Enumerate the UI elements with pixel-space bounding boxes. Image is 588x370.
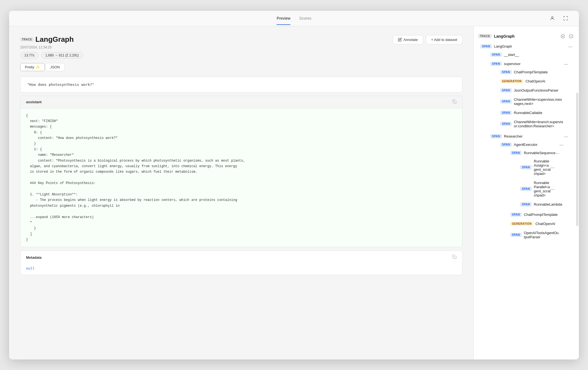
rp-minus-button[interactable]	[568, 33, 574, 40]
tree-item-runnablecallable: SPAN RunnableCallable	[494, 108, 570, 117]
add-dataset-label: + Add to dataset	[431, 38, 457, 42]
tree-name-start: __start__	[504, 53, 519, 57]
trace-badge: TRACE	[20, 37, 34, 42]
tree-item-openaitools: SPAN OpenAIToolsAgentOutputParser	[504, 228, 566, 242]
metadata-header: Metadata	[20, 251, 462, 264]
expand-icon-button[interactable]	[561, 14, 570, 23]
metadata-copy-button[interactable]	[452, 255, 457, 260]
plus-icon	[561, 34, 565, 38]
tree-left-langgraph: SPAN LangGraph	[480, 44, 512, 48]
tree-children-runnablesequence: SPAN RunnableAssign<agent_scratchpad> —	[508, 157, 561, 209]
rp-trace-header: TRACE LangGraph	[474, 31, 579, 42]
span-badge-supervisor: SPAN	[490, 62, 502, 66]
rp-plus-button[interactable]	[560, 33, 566, 40]
tab-preview[interactable]: Preview	[277, 12, 290, 25]
tree-item-supervisor: SPAN supervisor — SPAN ChatPromptTempl	[484, 59, 574, 132]
tokens-badge: 1,680 → 611 (Σ 2,291)	[41, 52, 83, 59]
query-box: "How does photosynthesis work?"	[20, 77, 462, 92]
tree-left-start: SPAN __start__	[490, 53, 519, 57]
tree-item-channelwrite1: SPAN ChannelWrite<supervisor,messages,ne…	[494, 95, 570, 108]
user-icon-button[interactable]	[548, 14, 557, 23]
rp-trace-badge: TRACE	[478, 34, 492, 38]
json-view-button[interactable]: JSON	[46, 63, 65, 71]
tab-scores[interactable]: Scores	[299, 12, 311, 25]
tree-item-researcher: SPAN Researcher — SPAN	[484, 132, 574, 244]
tree-children-langgraph: SPAN __start__ SPAN supervisor —	[478, 50, 574, 244]
metadata-box: Metadata null	[20, 250, 462, 275]
duration-badge: 13.77s	[20, 52, 38, 59]
trace-title-area: TRACE LangGraph 25/07/2024, 11:34:25 13.…	[20, 35, 83, 59]
top-bar: Preview Scores	[9, 11, 579, 26]
view-toggle: Pretty ✨ JSON	[20, 63, 462, 71]
metadata-value: null	[20, 264, 462, 275]
tree-name-researcher: Researcher	[504, 134, 522, 138]
annotate-button[interactable]: Annotate	[393, 35, 423, 44]
metadata-label: Metadata	[26, 255, 41, 260]
assistant-code: { next: "FINISH" messages: [ 0: { conten…	[20, 108, 462, 247]
rp-trace-title-area: TRACE LangGraph	[478, 34, 515, 38]
tree-item-runnablelambda: SPAN RunnableLambda	[514, 200, 561, 209]
tree-item-chatprompt1: SPAN ChatPromptTemplate	[494, 68, 570, 77]
span-badge-start: SPAN	[490, 53, 502, 57]
tabs: Preview Scores	[277, 12, 311, 25]
main-content: TRACE LangGraph 25/07/2024, 11:34:25 13.…	[9, 26, 579, 359]
collapse-langgraph[interactable]: —	[568, 44, 572, 49]
span-badge-langgraph: SPAN	[480, 44, 492, 48]
svg-rect-1	[454, 101, 456, 104]
copy-button[interactable]	[452, 99, 457, 105]
top-bar-actions	[548, 14, 570, 23]
tree-item-runnablesequence: SPAN RunnableSequence —	[504, 148, 566, 210]
rp-actions	[560, 33, 574, 40]
tree-row-start[interactable]: SPAN __start__	[488, 51, 570, 58]
tree-item-agentexecutor: SPAN AgentExecutor —	[494, 140, 570, 243]
tree-item-chatprompt2: SPAN ChatPromptTemplate	[504, 210, 566, 219]
main-window: Preview Scores TRACE	[9, 11, 579, 359]
trace-header: TRACE LangGraph 25/07/2024, 11:34:25 13.…	[20, 35, 462, 59]
tree-item-start: SPAN __start__	[484, 50, 574, 59]
trace-meta: 13.77s 1,680 → 611 (Σ 2,291)	[20, 52, 83, 59]
tree-name-langgraph: LangGraph	[494, 44, 512, 48]
assistant-box: assistant { next: "FINISH" messages: [ 0…	[20, 96, 462, 247]
metadata-copy-icon	[452, 255, 457, 259]
tree-item-chatopenai2: GENERATION ChatOpenAI	[504, 219, 566, 228]
tree-row-supervisor[interactable]: SPAN supervisor —	[488, 60, 570, 68]
trace-title: LangGraph	[35, 35, 74, 44]
tree-item-channelwrite2: SPAN ChannelWrite<branch:supervisor:cond…	[494, 117, 570, 131]
tree-item-runnableparallel: SPAN RunnableParallel<agent_scratchpad> …	[514, 178, 561, 200]
add-to-dataset-button[interactable]: + Add to dataset	[426, 35, 462, 44]
query-text: "How does photosynthesis work?"	[20, 77, 462, 92]
trace-date: 25/07/2024, 11:34:25	[20, 45, 83, 49]
tree-left-supervisor: SPAN supervisor	[490, 62, 521, 66]
minus-icon	[569, 34, 573, 38]
svg-point-0	[551, 17, 553, 18]
left-panel: TRACE LangGraph 25/07/2024, 11:34:25 13.…	[9, 26, 474, 359]
copy-icon	[452, 99, 457, 104]
tree-name-supervisor: supervisor	[504, 62, 521, 66]
trace-label-row: TRACE LangGraph	[20, 35, 74, 44]
tree-item-langgraph: SPAN LangGraph — SPAN __start__	[474, 42, 579, 245]
header-actions: Annotate + Add to dataset	[393, 35, 462, 44]
assistant-label: assistant	[26, 100, 41, 104]
tree-children-researcher: SPAN AgentExecutor —	[488, 140, 570, 243]
pretty-view-button[interactable]: Pretty ✨	[20, 63, 45, 71]
tree-item-runnableassign: SPAN RunnableAssign<agent_scratchpad> —	[514, 157, 561, 178]
collapse-supervisor[interactable]: —	[564, 62, 568, 66]
svg-rect-2	[454, 256, 456, 259]
rp-trace-name: LangGraph	[494, 34, 515, 38]
tree-row-researcher[interactable]: SPAN Researcher —	[488, 133, 570, 140]
scrollbar[interactable]	[576, 93, 578, 226]
tree-row-langgraph[interactable]: SPAN LangGraph —	[478, 43, 574, 50]
edit-icon	[398, 38, 402, 42]
right-panel: TRACE LangGraph	[474, 26, 579, 359]
tree-children-agentexecutor: SPAN RunnableSequence —	[498, 148, 566, 242]
tree-item-jsonparser: SPAN JsonOutputFunctionsParser	[494, 86, 570, 95]
assistant-header: assistant	[20, 96, 462, 108]
tree-children-supervisor: SPAN ChatPromptTemplate GENERATION Cha	[488, 68, 570, 131]
annotate-label: Annotate	[404, 38, 418, 42]
tree-item-chatopenai1: GENERATION ChatOpenAI	[494, 77, 570, 86]
